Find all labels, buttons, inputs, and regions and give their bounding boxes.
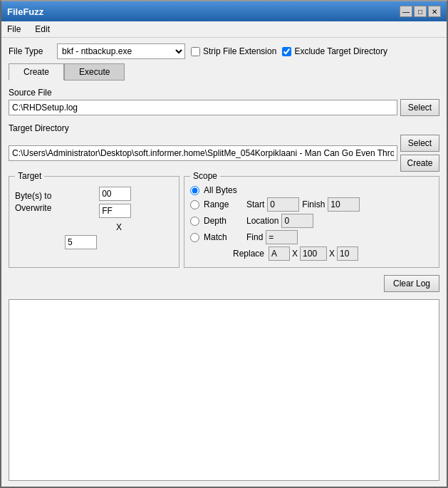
- file-type-select[interactable]: bkf - ntbackup.exe: [57, 43, 185, 59]
- start-label: Start: [246, 199, 264, 209]
- replace-row: Replace X X: [233, 246, 433, 261]
- target-grid: Byte(s) to Overwrite: [15, 187, 173, 218]
- byte-input-3[interactable]: [65, 235, 97, 249]
- menu-file[interactable]: File: [4, 23, 24, 36]
- source-file-input[interactable]: [9, 100, 397, 115]
- depth-radio[interactable]: [190, 217, 199, 226]
- replace-x1: X: [292, 249, 298, 259]
- find-label: Find: [246, 232, 263, 242]
- minimize-button[interactable]: —: [400, 6, 412, 17]
- log-area: [9, 299, 439, 481]
- replace-a-input[interactable]: [269, 246, 290, 261]
- tab-create[interactable]: Create: [9, 63, 64, 81]
- close-button[interactable]: ✕: [428, 6, 441, 17]
- main-window: FileFuzz — □ ✕ File Edit File Type bkf -…: [0, 0, 448, 488]
- bytes-label: Byte(s) to Overwrite: [15, 190, 93, 214]
- tabs: Create Execute: [9, 63, 439, 81]
- strip-checkbox[interactable]: [191, 47, 200, 56]
- replace-100-input[interactable]: [300, 246, 327, 261]
- panels-row: Target Byte(s) to Overwrite X: [9, 176, 439, 268]
- target-directory-label: Target Directory: [9, 123, 439, 133]
- maximize-button[interactable]: □: [414, 6, 427, 17]
- target-directory-row: Select Create: [9, 135, 439, 172]
- replace-fields: X X: [269, 246, 358, 261]
- tab-execute[interactable]: Execute: [64, 63, 125, 81]
- depth-fields: Location: [246, 214, 313, 228]
- strip-checkbox-row: Strip File Extension: [191, 46, 276, 56]
- depth-row: Depth Location: [190, 214, 433, 228]
- start-input[interactable]: [267, 197, 299, 212]
- range-fields: Start Finish: [246, 197, 360, 212]
- title-bar-buttons: — □ ✕: [400, 6, 441, 17]
- replace-x2: X: [329, 249, 335, 259]
- finish-input[interactable]: [328, 197, 360, 212]
- find-input[interactable]: [266, 230, 298, 244]
- file-type-row: File Type bkf - ntbackup.exe Strip File …: [9, 43, 439, 59]
- main-content: File Type bkf - ntbackup.exe Strip File …: [1, 38, 447, 487]
- exclude-checkbox-row: Exclude Target Directory: [282, 46, 387, 56]
- target-directory-section: Target Directory Select Create: [9, 120, 439, 172]
- scope-panel: Scope All Bytes Range Start Finish: [184, 176, 439, 268]
- source-file-section: Source File Select: [9, 85, 439, 116]
- source-file-row: Select: [9, 99, 439, 116]
- target-panel: Target Byte(s) to Overwrite X: [9, 176, 179, 268]
- x-row: X: [65, 222, 173, 249]
- title-bar: FileFuzz — □ ✕: [1, 1, 447, 21]
- location-input[interactable]: [281, 214, 313, 228]
- strip-label: Strip File Extension: [203, 46, 276, 56]
- x-symbol: X: [65, 222, 173, 232]
- match-fields: Find: [246, 230, 298, 244]
- file-type-label: File Type: [9, 46, 51, 56]
- match-row: Match Find: [190, 230, 433, 244]
- clear-log-row: Clear Log: [9, 275, 439, 292]
- source-file-select-button[interactable]: Select: [400, 99, 439, 116]
- replace-label: Replace: [233, 249, 264, 259]
- byte-input-1[interactable]: [99, 187, 131, 201]
- finish-label: Finish: [302, 199, 325, 209]
- location-label: Location: [246, 216, 278, 226]
- depth-label: Depth: [204, 216, 239, 226]
- all-bytes-radio[interactable]: [190, 186, 199, 195]
- range-label: Range: [204, 199, 239, 209]
- range-row: Range Start Finish: [190, 197, 433, 212]
- all-bytes-label: All Bytes: [204, 185, 237, 195]
- target-directory-input[interactable]: [9, 145, 397, 161]
- target-directory-select-button[interactable]: Select: [400, 135, 439, 152]
- window-title: FileFuzz: [7, 6, 43, 17]
- exclude-checkbox[interactable]: [282, 47, 291, 56]
- menu-bar: File Edit: [1, 21, 447, 38]
- scope-panel-title: Scope: [190, 171, 220, 181]
- all-bytes-row: All Bytes: [190, 185, 433, 195]
- target-directory-create-button[interactable]: Create: [400, 155, 439, 172]
- exclude-label: Exclude Target Directory: [294, 46, 387, 56]
- source-file-label: Source File: [9, 88, 439, 98]
- target-panel-title: Target: [15, 171, 44, 181]
- range-radio[interactable]: [190, 200, 199, 209]
- replace-10-input[interactable]: [337, 246, 358, 261]
- match-radio[interactable]: [190, 233, 199, 242]
- target-inputs: [99, 187, 173, 218]
- match-label: Match: [204, 232, 239, 242]
- byte-input-2[interactable]: [99, 204, 131, 218]
- menu-edit[interactable]: Edit: [32, 23, 53, 36]
- clear-log-button[interactable]: Clear Log: [384, 275, 439, 292]
